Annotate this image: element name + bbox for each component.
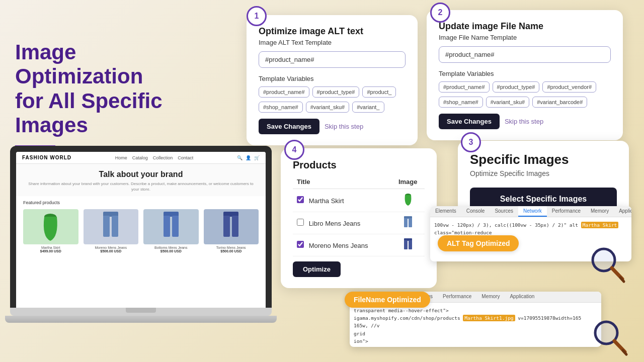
card2-subtitle: Image File Name Template [439,34,611,41]
main-title: Image Optimization for All Specific Imag… [15,40,206,137]
tag-product-type[interactable]: #product_type# [312,86,360,98]
product-row-3: Moreno Mens Jeans [293,234,391,256]
store-nav: FASHION WORLD Home Catalog Collection Co… [16,152,266,164]
tag-product-ellipsis[interactable]: #product_ [362,86,396,98]
search-icon: 🔍 [237,155,243,160]
product-img-jeans3 [204,209,259,244]
devtools-content-bottom: transparent media--hover-effect"> igama.… [350,303,601,347]
card-products: Products Title Image Martha Skirt [281,148,437,288]
devtools-tabs-top: Elements Console Sources Network Perform… [430,206,631,217]
step-circle-3: 3 [461,132,481,152]
tab-memory[interactable]: Memory [586,206,614,217]
tag2-product-name[interactable]: #product_name# [439,81,490,93]
card1-skip-button[interactable]: Skip this step [325,123,363,130]
store-icons: 🔍 👤 🛒 [237,155,260,160]
product-img-jeans1 [84,209,139,244]
card2-save-button[interactable]: Save Changes [439,114,500,129]
product-row-2: Libro Mens Jeans [293,212,391,234]
product-row-1: Martha Skirt [293,189,391,212]
store-hero-desc: Share information about your brand with … [26,181,256,192]
tab-application[interactable]: Application [614,206,631,217]
card1-subtitle: Image ALT Text Template [259,39,406,46]
product-img-jeans2 [143,209,199,244]
devtools-highlight-file: Martha Skirt1.jpg [463,315,515,321]
tag-variant-ellipsis[interactable]: #variant_ [352,102,384,113]
card2-btn-row: Save Changes Skip this step [439,114,611,129]
card2-tags-row2: #shop_name# #variant_sku# #variant_barco… [439,97,611,108]
store-product-1: Martha Skirt $499.00 USD [23,209,78,253]
svg-rect-5 [164,216,170,237]
card3-title: Specific Images [470,152,617,167]
store-products: Martha Skirt $499.00 USD Moreno Mens Jea… [23,209,259,253]
tag2-product-vendor[interactable]: #product_vendor# [542,81,596,93]
cart-icon: 🛒 [254,155,260,160]
card1-vars-label: Template Variables [259,75,406,82]
tab-console[interactable]: Console [461,206,490,217]
step-circle-4: 4 [284,140,304,160]
card2-tags-row1: #product_name# #product_type# #product_v… [439,81,611,93]
tab-elements[interactable]: Elements [430,206,461,217]
tag-variant-sku[interactable]: #variant_sku# [306,102,350,113]
tag-shop-name[interactable]: #shop_name# [259,102,303,113]
card3-subtitle: Optimize Specific Images [470,169,617,177]
product-img-cell-3 [391,234,425,256]
svg-rect-8 [223,216,230,237]
account-icon: 👤 [246,155,251,160]
table-row: Libro Mens Jeans [293,212,425,234]
checkbox-martha[interactable] [297,196,304,203]
card1-btn-row: Save Changes Skip this step [259,119,406,134]
step-circle-1: 1 [247,6,267,26]
tab-b-performance[interactable]: Performance [438,292,476,302]
store-hero-title: Talk about your brand [26,170,256,179]
product-img-cell-1 [391,189,425,212]
svg-rect-12 [404,218,408,227]
devtools-highlight-martha: Martha Skirt [581,222,619,228]
card-filename: Update image File Name Image File Name T… [427,10,623,140]
card1-save-button[interactable]: Save Changes [259,119,319,134]
checkbox-moreno[interactable] [297,241,304,248]
store-product-3: Bottoms Mens Jeans $500.00 USD [143,209,199,253]
tab-network[interactable]: Network [518,206,547,217]
tag2-product-type[interactable]: #product_type# [493,81,540,93]
svg-rect-15 [404,240,408,249]
card1-title: Optimize image ALT text [259,26,406,37]
card2-skip-button[interactable]: Skip this step [505,118,543,125]
tag2-variant-barcode[interactable]: #variant_barcode# [532,97,587,108]
tag2-variant-sku[interactable]: #variant_sku# [486,97,530,108]
tab-b-application[interactable]: Application [505,292,539,302]
badge-filename-optimized: FileName Optimized [345,292,430,308]
tag2-shop-name[interactable]: #shop_name# [439,97,483,108]
laptop-bar [10,308,272,316]
card4-title: Products [293,159,425,171]
tab-b-memory[interactable]: Memory [476,292,505,302]
card1-tags-row2: #shop_name# #variant_sku# #variant_ [259,102,406,113]
tab-performance[interactable]: Performance [547,206,586,217]
svg-rect-16 [409,240,412,249]
checkbox-libro[interactable] [297,219,304,226]
devtools-code-prefix: 100vw - 120px) / 3), calc((100vw - 35px)… [434,222,581,228]
laptop-base [5,316,277,323]
svg-rect-6 [172,216,179,237]
magnify-glass-1 [586,244,626,284]
svg-rect-9 [232,216,238,237]
svg-rect-2 [103,216,110,237]
store-featured: Featured products Martha Skirt $499.00 U… [16,196,266,257]
magnify-glass-2 [589,317,629,357]
store-product-4: Torino Mens Jeans $500.00 USD [204,209,259,253]
tab-sources[interactable]: Sources [490,206,518,217]
table-row: Martha Skirt [293,189,425,212]
svg-rect-3 [112,216,118,237]
card-alt-text: Optimize image ALT text Image ALT Text T… [247,15,418,145]
laptop-mockup: FASHION WORLD Home Catalog Collection Co… [10,146,272,323]
col-image: Image [391,175,425,189]
badge-alt-optimized: ALT Tag Optimized [438,235,519,251]
card1-tags-row1: #product_name# #product_type# #product_ [259,86,406,98]
card1-input[interactable] [259,51,406,68]
store-nav-links: Home Catalog Collection Contact [115,155,194,160]
optimize-button[interactable]: Optimize [293,261,341,277]
tag-product-name[interactable]: #product_name# [259,86,309,98]
product-img-cell-2 [391,212,425,234]
store-product-2: Moreno Mens Jeans $506.00 USD [84,209,139,253]
store-brand: FASHION WORLD [22,155,71,160]
card2-input[interactable] [439,46,611,63]
